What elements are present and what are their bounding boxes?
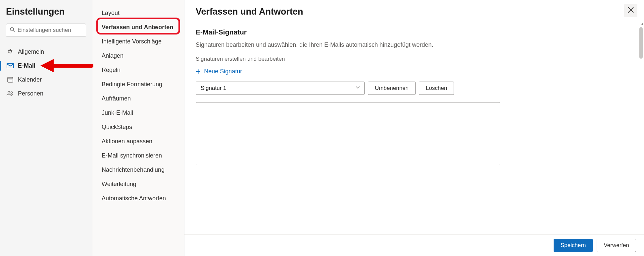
scrollbar-thumb[interactable] xyxy=(639,27,643,59)
delete-button[interactable]: Löschen xyxy=(419,82,454,95)
signature-select-value: Signatur 1 xyxy=(201,85,226,92)
scrollbar[interactable]: ▴ xyxy=(639,27,643,227)
svg-line-1 xyxy=(13,31,15,32)
subnav-item-cleanup[interactable]: Aufräumen xyxy=(92,92,184,106)
new-signature-label: Neue Signatur xyxy=(204,68,242,75)
settings-primary-nav: Einstellungen Allgemein E-M xyxy=(0,0,92,256)
subnav-item-sync-email[interactable]: E-Mail synchronisieren xyxy=(92,149,184,163)
sidebar-item-label: Personen xyxy=(18,90,43,97)
plus-icon: + xyxy=(196,67,201,76)
subnav-item-compose-reply[interactable]: Verfassen und Antworten xyxy=(92,20,184,34)
subnav-item-message-handling[interactable]: Nachrichtenbehandlung xyxy=(92,163,184,177)
subnav-item-junk[interactable]: Junk-E-Mail xyxy=(92,106,184,120)
people-icon xyxy=(7,90,14,97)
settings-search-input[interactable] xyxy=(18,27,82,33)
subnav-item-forwarding[interactable]: Weiterleitung xyxy=(92,177,184,191)
subnav-item-smart-suggestions[interactable]: Intelligente Vorschläge xyxy=(92,34,184,49)
email-settings-subnav: Layout Verfassen und Antworten Intellige… xyxy=(92,0,184,256)
subnav-item-auto-replies[interactable]: Automatische Antworten xyxy=(92,191,184,206)
signature-select[interactable]: Signatur 1 xyxy=(196,82,365,95)
sidebar-item-general[interactable]: Allgemein xyxy=(6,45,86,59)
page-title: Verfassen und Antworten xyxy=(196,7,633,17)
subnav-item-quicksteps[interactable]: QuickSteps xyxy=(92,120,184,134)
close-button[interactable] xyxy=(624,4,637,17)
svg-point-7 xyxy=(8,91,10,93)
mail-icon xyxy=(7,62,14,69)
svg-point-8 xyxy=(11,92,13,94)
signature-description: Signaturen bearbeiten und auswählen, die… xyxy=(196,41,633,48)
scroll-up-icon: ▴ xyxy=(641,21,643,26)
close-icon xyxy=(627,7,634,15)
signature-editor[interactable] xyxy=(196,102,500,165)
sidebar-item-email[interactable]: E-Mail xyxy=(6,59,86,73)
settings-search[interactable] xyxy=(6,24,86,37)
settings-title: Einstellungen xyxy=(6,7,86,17)
subnav-item-attachments[interactable]: Anlagen xyxy=(92,49,184,63)
subnav-item-customize-actions[interactable]: Aktionen anpassen xyxy=(92,134,184,149)
settings-detail-panel: Verfassen und Antworten E-Mail-Signatur … xyxy=(184,0,644,256)
sidebar-item-label: E-Mail xyxy=(18,62,35,69)
svg-point-5 xyxy=(10,80,11,80)
svg-point-0 xyxy=(10,28,14,31)
sidebar-item-label: Kalender xyxy=(18,76,42,83)
sidebar-item-calendar[interactable]: Kalender xyxy=(6,73,86,87)
signature-create-label: Signaturen erstellen und bearbeiten xyxy=(196,56,633,62)
calendar-icon xyxy=(7,76,14,83)
gear-icon xyxy=(7,48,14,55)
svg-point-4 xyxy=(9,80,10,80)
subnav-item-conditional-formatting[interactable]: Bedingte Formatierung xyxy=(92,77,184,92)
save-button[interactable]: Speichern xyxy=(554,239,593,252)
svg-point-6 xyxy=(11,80,12,80)
sidebar-item-label: Allgemein xyxy=(18,48,44,55)
rename-button[interactable]: Umbenennen xyxy=(368,82,416,95)
new-signature-button[interactable]: + Neue Signatur xyxy=(196,67,242,76)
subnav-item-rules[interactable]: Regeln xyxy=(92,63,184,77)
sidebar-item-people[interactable]: Personen xyxy=(6,87,86,100)
discard-button[interactable]: Verwerfen xyxy=(597,239,636,252)
subnav-item-layout[interactable]: Layout xyxy=(92,6,184,20)
search-icon xyxy=(10,27,15,33)
signature-heading: E-Mail-Signatur xyxy=(196,28,633,36)
panel-footer: Speichern Verwerfen xyxy=(184,234,644,256)
chevron-down-icon xyxy=(356,85,360,92)
